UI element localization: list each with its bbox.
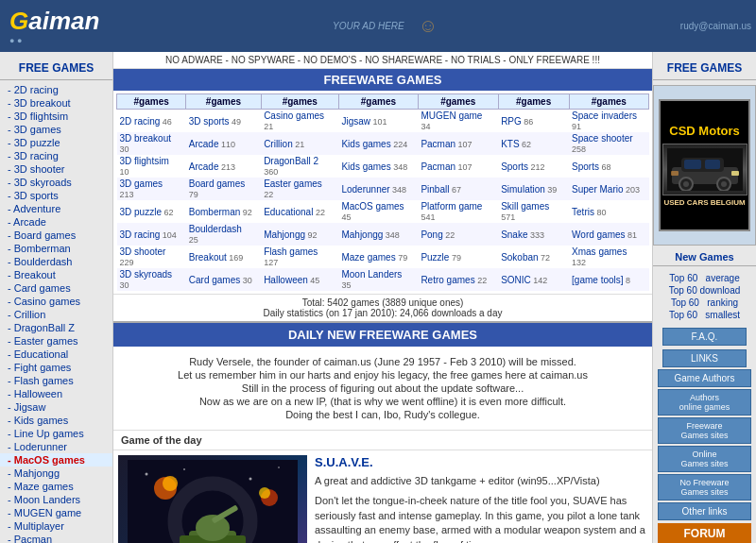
- game-category-link[interactable]: 3D racing: [120, 229, 161, 240]
- sidebar-link---3d-games[interactable]: - 3D games: [0, 123, 112, 136]
- game-category-link[interactable]: Moon Landers: [341, 269, 402, 280]
- game-category-link[interactable]: Arcade: [189, 139, 219, 149]
- top60-smallest-link[interactable]: Top 60 smallest: [658, 309, 751, 321]
- authors-online-btn[interactable]: Authorsonline games: [658, 389, 751, 416]
- sidebar-link---card-games[interactable]: - Card games: [0, 281, 112, 295]
- game-category-link[interactable]: RPG: [501, 116, 522, 127]
- sidebar-link---arcade[interactable]: - Arcade: [0, 215, 112, 229]
- sidebar-link---board-games[interactable]: - Board games: [0, 229, 112, 242]
- game-category-link[interactable]: Educational: [264, 207, 313, 217]
- game-authors-btn[interactable]: Game Authors: [658, 369, 751, 387]
- online-games-btn[interactable]: OnlineGames sites: [658, 446, 751, 472]
- top60-average-link[interactable]: Top 60 average: [658, 272, 751, 284]
- game-category-link[interactable]: 2D racing: [120, 116, 161, 127]
- game-category-link[interactable]: SONIC: [501, 275, 531, 285]
- sidebar-link---line-up-games[interactable]: - Line Up games: [0, 427, 112, 440]
- game-category-link[interactable]: Word games: [572, 229, 626, 240]
- game-category-link[interactable]: Pacman: [421, 161, 455, 172]
- game-category-link[interactable]: Easter games: [264, 178, 322, 189]
- sidebar-link---3d-sports[interactable]: - 3D sports: [0, 189, 112, 202]
- game-category-link[interactable]: Halloween: [264, 275, 308, 285]
- sidebar-link---dragonball-z[interactable]: - DragonBall Z: [0, 321, 112, 334]
- game-category-link[interactable]: Platform game: [421, 201, 482, 212]
- sidebar-link---educational[interactable]: - Educational: [0, 348, 112, 361]
- game-category-link[interactable]: Breakout: [189, 252, 227, 263]
- sidebar-link---macos-games[interactable]: - MacOS games: [0, 453, 112, 467]
- other-links-btn[interactable]: Other links: [658, 502, 751, 520]
- csd-ad[interactable]: CSD Motors: [653, 85, 756, 246]
- game-category-link[interactable]: Sokoban: [501, 252, 538, 263]
- forum-btn[interactable]: FORUM: [658, 523, 751, 543]
- game-category-link[interactable]: Space shooter: [572, 133, 633, 144]
- game-category-link[interactable]: Sports: [501, 161, 528, 172]
- game-category-link[interactable]: Maze games: [341, 252, 395, 263]
- game-category-link[interactable]: MacOS games: [341, 201, 404, 212]
- game-category-link[interactable]: 3D shooter: [120, 246, 166, 257]
- sidebar-link---breakout[interactable]: - Breakout: [0, 268, 112, 281]
- game-category-link[interactable]: 3D flightsim: [120, 156, 169, 166]
- sidebar-link---3d-breakout[interactable]: - 3D breakout: [0, 96, 112, 110]
- sidebar-link---3d-racing[interactable]: - 3D racing: [0, 149, 112, 162]
- game-category-link[interactable]: Flash games: [264, 246, 318, 257]
- game-category-link[interactable]: Kids games: [341, 161, 390, 172]
- game-category-link[interactable]: Simulation: [501, 184, 545, 195]
- sidebar-link---mahjongg[interactable]: - Mahjongg: [0, 467, 112, 480]
- csd-ad-box[interactable]: CSD Motors: [659, 99, 750, 231]
- top60-ranking-link[interactable]: Top 60 ranking: [658, 297, 751, 309]
- sidebar-link---easter-games[interactable]: - Easter games: [0, 334, 112, 348]
- game-category-link[interactable]: Super Mario: [572, 184, 623, 195]
- sidebar-link---kids-games[interactable]: - Kids games: [0, 414, 112, 427]
- game-category-link[interactable]: MUGEN game: [421, 110, 482, 121]
- game-category-link[interactable]: [game tools]: [572, 275, 623, 285]
- sidebar-link---jigsaw[interactable]: - Jigsaw: [0, 400, 112, 414]
- game-category-link[interactable]: Arcade: [189, 161, 219, 172]
- game-category-link[interactable]: Space invaders: [572, 110, 637, 121]
- game-category-link[interactable]: 3D puzzle: [120, 207, 162, 217]
- game-category-link[interactable]: 3D breakout: [120, 133, 171, 144]
- sidebar-link---2d-racing[interactable]: - 2D racing: [0, 83, 112, 96]
- game-category-link[interactable]: Skill games: [501, 201, 549, 212]
- sidebar-link---3d-puzzle[interactable]: - 3D puzzle: [0, 136, 112, 149]
- game-category-link[interactable]: Crillion: [264, 139, 293, 149]
- freeware-sites-btn[interactable]: FreewareGames sites: [658, 417, 751, 444]
- sidebar-link---3d-skyroads[interactable]: - 3D skyroads: [0, 176, 112, 189]
- game-category-link[interactable]: KTS: [501, 139, 519, 149]
- sidebar-link---bomberman[interactable]: - Bomberman: [0, 242, 112, 255]
- game-category-link[interactable]: Loderunner: [341, 184, 389, 195]
- no-freeware-btn[interactable]: No FreewareGames sites: [658, 474, 751, 501]
- sidebar-link---multiplayer[interactable]: - Multiplayer: [0, 519, 112, 533]
- sidebar-link---3d-shooter[interactable]: - 3D shooter: [0, 162, 112, 176]
- game-category-link[interactable]: Jigsaw: [341, 116, 370, 127]
- sidebar-link---pacman[interactable]: - Pacman: [0, 533, 112, 543]
- sidebar-link---boulderdash[interactable]: - Boulderdash: [0, 255, 112, 268]
- game-category-link[interactable]: 3D skyroads: [120, 269, 173, 280]
- sidebar-link---crillion[interactable]: - Crillion: [0, 308, 112, 321]
- links-btn[interactable]: LINKS: [662, 349, 747, 367]
- game-category-link[interactable]: Bomberman: [189, 207, 240, 217]
- game-category-link[interactable]: Mahjongg: [341, 229, 383, 240]
- sidebar-link---fight-games[interactable]: - Fight games: [0, 361, 112, 374]
- game-category-link[interactable]: Pong: [421, 229, 442, 240]
- sidebar-link---moon-landers[interactable]: - Moon Landers: [0, 493, 112, 506]
- game-category-link[interactable]: Sports: [572, 161, 599, 172]
- sidebar-link---loderunner[interactable]: - Loderunner: [0, 440, 112, 453]
- game-category-link[interactable]: Xmas games: [572, 246, 627, 257]
- sidebar-link---flash-games[interactable]: - Flash games: [0, 374, 112, 387]
- game-category-link[interactable]: Casino games: [264, 110, 324, 121]
- faq-btn[interactable]: F.A.Q.: [662, 328, 747, 346]
- game-category-link[interactable]: Tetris: [572, 207, 594, 217]
- game-category-link[interactable]: Snake: [501, 229, 527, 240]
- sidebar-link---halloween[interactable]: - Halloween: [0, 387, 112, 400]
- game-category-link[interactable]: 3D games: [120, 178, 163, 189]
- sidebar-link---mugen-game[interactable]: - MUGEN game: [0, 506, 112, 519]
- game-category-link[interactable]: Card games: [189, 275, 240, 285]
- game-category-link[interactable]: Kids games: [341, 139, 390, 149]
- game-category-link[interactable]: Pinball: [421, 184, 449, 195]
- game-category-link[interactable]: Pacman: [421, 139, 455, 149]
- game-category-link[interactable]: DragonBall 2: [264, 156, 318, 166]
- game-category-link[interactable]: Puzzle: [421, 252, 449, 263]
- game-category-link[interactable]: Boulderdash: [189, 224, 242, 234]
- sidebar-link---3d-flightsim[interactable]: - 3D flightsim: [0, 110, 112, 123]
- game-category-link[interactable]: Mahjongg: [264, 229, 305, 240]
- game-category-link[interactable]: 3D sports: [189, 116, 230, 127]
